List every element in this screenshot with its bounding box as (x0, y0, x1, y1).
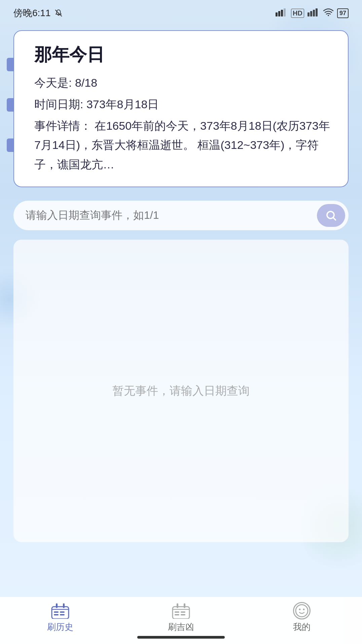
svg-rect-19 (60, 614, 65, 615)
svg-rect-25 (181, 611, 185, 613)
result-panel: 暂无事件，请输入日期查询 (13, 240, 349, 542)
svg-rect-17 (60, 611, 65, 613)
svg-rect-14 (56, 603, 58, 608)
nav-item-fortune[interactable]: 刷吉凶 (121, 602, 242, 633)
svg-rect-6 (310, 11, 312, 16)
cellular-signal-2 (307, 8, 320, 16)
nav-label-fortune: 刷吉凶 (168, 621, 194, 633)
wifi-icon (323, 8, 334, 18)
today-card: 那年今日 今天是: 8/18 时间日期: 373年8月18日 事件详情： 在16… (13, 30, 349, 187)
status-time: 傍晚6:11 (13, 7, 63, 19)
nav-item-mine[interactable]: 我的 (241, 602, 362, 633)
fortune-nav-icon (170, 602, 192, 619)
svg-rect-16 (54, 611, 59, 613)
svg-rect-24 (175, 611, 179, 613)
svg-rect-3 (281, 10, 283, 16)
search-icon (325, 209, 337, 222)
cellular-signal (276, 8, 288, 16)
battery-level: 97 (337, 8, 349, 18)
svg-point-29 (299, 609, 300, 610)
mine-nav-icon (291, 602, 313, 619)
svg-line-11 (333, 218, 336, 220)
svg-rect-12 (52, 607, 69, 619)
nav-label-mine: 我的 (293, 621, 311, 633)
nav-item-history[interactable]: 刷历史 (0, 602, 121, 633)
notification-icon (54, 9, 63, 17)
svg-rect-22 (177, 603, 178, 608)
card-handle-2 (7, 98, 14, 112)
svg-rect-4 (284, 8, 286, 16)
time-label: 傍晚6:11 (13, 7, 51, 19)
home-indicator (137, 636, 225, 639)
svg-rect-2 (278, 11, 280, 16)
face-icon (293, 602, 311, 619)
empty-state-text: 暂无事件，请输入日期查询 (112, 383, 250, 399)
svg-rect-8 (316, 8, 318, 16)
svg-rect-1 (276, 12, 278, 16)
svg-rect-15 (63, 603, 65, 608)
search-input[interactable] (26, 209, 317, 222)
card-detail-label: 事件详情： (34, 119, 92, 132)
history-nav-icon (49, 602, 71, 619)
bottom-nav: 刷历史 刷吉凶 (0, 597, 362, 644)
signal-2-icon (307, 8, 320, 18)
svg-point-9 (328, 15, 329, 16)
svg-rect-20 (173, 607, 189, 619)
battery-indicator: 97 (337, 8, 349, 18)
search-area (13, 201, 349, 230)
hd-badge: HD (291, 9, 304, 18)
signal-icon (276, 8, 288, 18)
search-bar (13, 201, 349, 230)
card-time-date: 时间日期: 373年8月18日 (34, 95, 333, 114)
card-today-date: 今天是: 8/18 (34, 73, 333, 93)
card-event-detail: 事件详情： 在1650年前的今天，373年8月18日(农历373年7月14日)，… (34, 116, 333, 174)
search-button[interactable] (317, 204, 345, 227)
main-content: 那年今日 今天是: 8/18 时间日期: 373年8月18日 事件详情： 在16… (0, 24, 362, 542)
card-title: 那年今日 (34, 43, 333, 67)
svg-point-30 (303, 609, 304, 610)
svg-rect-18 (54, 614, 59, 615)
svg-rect-27 (181, 614, 185, 615)
status-icons: HD 97 (276, 8, 349, 18)
svg-rect-26 (175, 614, 179, 615)
svg-point-28 (296, 605, 308, 617)
card-handle-1 (7, 58, 14, 71)
svg-rect-23 (184, 603, 185, 608)
card-handle-3 (7, 138, 14, 152)
svg-rect-7 (313, 10, 315, 16)
svg-rect-5 (307, 12, 310, 16)
nav-label-history: 刷历史 (47, 621, 73, 633)
status-bar: 傍晚6:11 HD (0, 0, 362, 24)
